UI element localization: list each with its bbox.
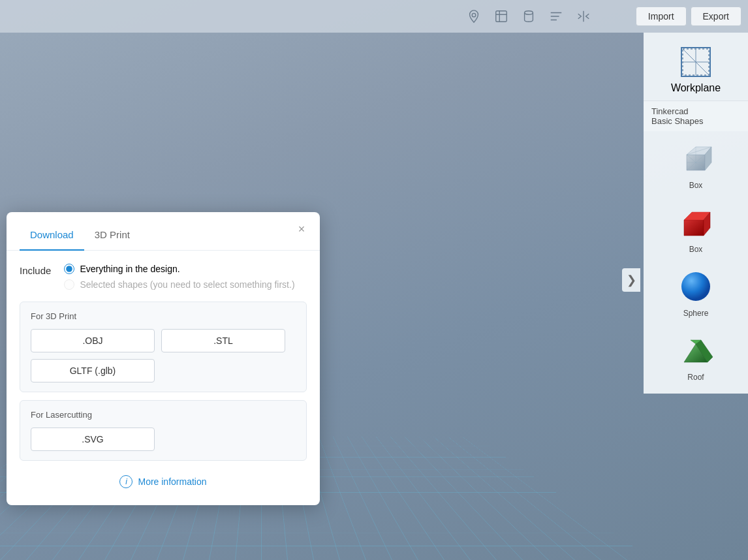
radio-group: Everything in the design. Selected shape… — [64, 264, 294, 290]
download-modal: Download 3D Print × Include Everything i… — [7, 212, 320, 505]
tab-3dprint[interactable]: 3D Print — [84, 223, 140, 251]
include-label: Include — [20, 264, 51, 276]
radio-selected[interactable]: Selected shapes (you need to select some… — [64, 279, 294, 290]
more-info-label: More information — [138, 476, 206, 487]
info-icon: i — [119, 475, 132, 488]
for-lasercutting-title: For Lasercutting — [31, 410, 296, 420]
modal-close-button[interactable]: × — [294, 221, 309, 237]
btn-obj[interactable]: .OBJ — [31, 329, 155, 352]
for-3dprint-title: For 3D Print — [31, 311, 296, 321]
radio-selected-label: Selected shapes (you need to select some… — [80, 279, 294, 290]
modal-header: Download 3D Print × — [7, 212, 320, 251]
include-section: Include Everything in the design. Select… — [20, 264, 307, 290]
more-info-link[interactable]: i More information — [20, 469, 307, 495]
format-section-lasercutting: For Lasercutting .SVG — [20, 400, 307, 461]
tab-download[interactable]: Download — [20, 223, 84, 251]
btn-gltf[interactable]: GLTF (.glb) — [31, 359, 155, 382]
modal-overlay: Download 3D Print × Include Everything i… — [0, 0, 748, 560]
radio-selected-input — [64, 279, 74, 290]
btn-svg[interactable]: .SVG — [31, 428, 155, 451]
radio-everything-label: Everything in the design. — [80, 264, 179, 274]
radio-everything[interactable]: Everything in the design. — [64, 264, 294, 274]
format-buttons-3dprint: .OBJ .STL GLTF (.glb) — [31, 329, 296, 382]
format-buttons-lasercutting: .SVG — [31, 428, 296, 451]
radio-everything-input[interactable] — [64, 264, 74, 274]
format-section-3dprint: For 3D Print .OBJ .STL GLTF (.glb) — [20, 302, 307, 392]
modal-body: Include Everything in the design. Select… — [7, 251, 320, 505]
btn-stl[interactable]: .STL — [161, 329, 285, 352]
